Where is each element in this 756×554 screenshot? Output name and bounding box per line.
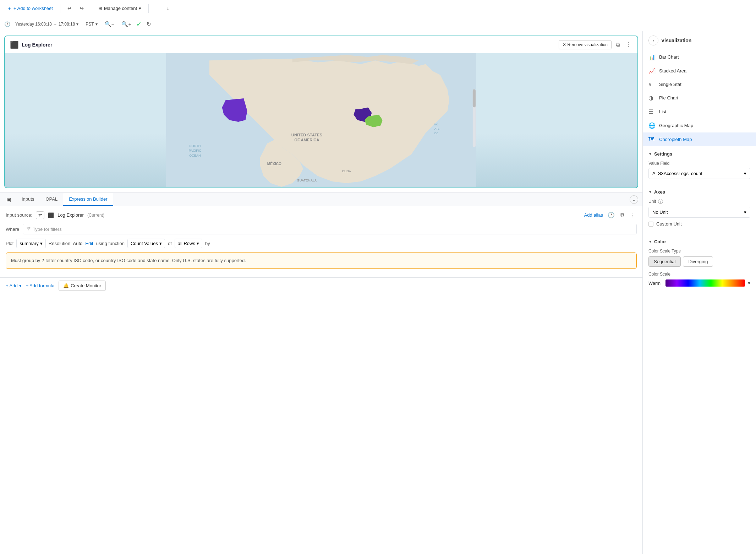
function-select[interactable]: Count Values ▾ xyxy=(127,239,165,248)
list-label: List xyxy=(659,109,666,114)
unit-value: No Unit xyxy=(652,210,668,215)
source-current: (Current) xyxy=(87,213,104,218)
svg-text:OF AMERICA: OF AMERICA xyxy=(294,138,319,142)
geographic-map-label: Geographic Map xyxy=(659,123,693,128)
warning-text: Must group by 2-letter country ISO code,… xyxy=(11,258,246,263)
plus-icon: ＋ xyxy=(7,5,12,12)
move-up-button[interactable]: ↑ xyxy=(153,4,161,12)
value-field-label: Value Field xyxy=(648,161,750,166)
add-formula-label: + Add formula xyxy=(26,283,55,288)
viz-panel-toggle[interactable]: › xyxy=(648,36,658,45)
switch-icon: ⇄ xyxy=(38,213,42,218)
separator-3 xyxy=(148,4,149,13)
viz-type-list[interactable]: ☰ List xyxy=(643,105,756,119)
tab-opal[interactable]: OPAL xyxy=(40,193,63,206)
add-dropdown-button[interactable]: + Add ▾ xyxy=(6,283,22,288)
top-toolbar: ＋ + Add to worksheet ↩ ↪ ⊞ Manage conten… xyxy=(0,0,756,17)
map-visualization: UNITED STATES OF AMERICA MÉXICO CUBA GUA… xyxy=(5,53,637,187)
zoom-in-button[interactable]: 🔍+ xyxy=(119,20,133,28)
of-value-label: all Rows xyxy=(178,241,195,246)
add-formula-button[interactable]: + Add formula xyxy=(26,283,55,288)
filter-placeholder: Type for filters xyxy=(33,227,62,232)
tab-expression-builder[interactable]: Expression Builder xyxy=(63,193,113,206)
custom-unit-checkbox[interactable] xyxy=(648,222,653,227)
visualization-title: Visualization xyxy=(661,38,691,43)
add-to-worksheet-label: + Add to worksheet xyxy=(13,6,53,11)
move-down-button[interactable]: ↓ xyxy=(164,4,172,12)
color-scale-dropdown-button[interactable]: ▾ xyxy=(748,280,750,286)
visualization-type-list: 📊 Bar Chart 📈 Stacked Area # Single Stat… xyxy=(643,50,756,146)
history-icon: 🕐 xyxy=(608,212,615,218)
unit-row: Unit i xyxy=(648,199,750,204)
of-select[interactable]: all Rows ▾ xyxy=(175,239,202,248)
viz-type-choropleth-map[interactable]: 🗺 Choropleth Map xyxy=(643,132,756,146)
manage-content-button[interactable]: ⊞ Manage content ▾ xyxy=(95,4,144,12)
switch-source-button[interactable]: ⇄ xyxy=(36,211,44,219)
right-panel: › Visualization 📊 Bar Chart 📈 Stacked Ar… xyxy=(642,31,756,554)
separator-1 xyxy=(60,4,60,13)
refresh-button[interactable]: ↻ xyxy=(144,20,153,28)
timezone-label: PST xyxy=(86,22,94,27)
unit-info-icon[interactable]: i xyxy=(658,199,663,204)
list-icon: ☰ xyxy=(648,108,656,115)
bottom-actions: + Add ▾ + Add formula 🔔 Create Monitor xyxy=(0,277,642,294)
color-scale-label: Color Scale xyxy=(648,272,750,277)
map-more-button[interactable]: ⋮ xyxy=(624,40,632,49)
add-to-worksheet-button[interactable]: ＋ + Add to worksheet xyxy=(4,4,56,13)
collapse-button[interactable]: ▣ xyxy=(4,194,13,205)
redo-button[interactable]: ↪ xyxy=(77,4,87,12)
timezone-selector[interactable]: PST ▾ xyxy=(83,21,99,28)
resolution-edit-link[interactable]: Edit xyxy=(85,241,93,246)
remove-visualization-button[interactable]: ✕ Remove visualization xyxy=(559,40,612,49)
map-widget: ⬛ Log Explorer ✕ Remove visualization ⧉ … xyxy=(4,36,638,188)
unit-select[interactable]: No Unit ▾ xyxy=(648,207,750,218)
viz-type-geographic-map[interactable]: 🌐 Geographic Map xyxy=(643,119,756,132)
add-alias-button[interactable]: Add alias xyxy=(584,212,603,218)
svg-text:NORTH: NORTH xyxy=(189,144,201,148)
time-range-selector[interactable]: Yesterday 16:08:18 → 17:08:18 ▾ xyxy=(13,21,81,28)
diverging-button[interactable]: Diverging xyxy=(683,256,713,267)
resolution-label: Resolution: Auto xyxy=(49,241,82,246)
add-chevron-icon: ▾ xyxy=(19,283,22,288)
unit-label: Unit xyxy=(648,199,656,204)
filter-input-container[interactable]: ⧩ Type for filters xyxy=(23,224,637,234)
choropleth-map-icon: 🗺 xyxy=(648,136,656,142)
history-button[interactable]: 🕐 xyxy=(607,211,616,219)
viz-type-bar-chart[interactable]: 📊 Bar Chart xyxy=(643,50,756,64)
plot-type-select[interactable]: summary ▾ xyxy=(16,239,45,248)
undo-icon: ↩ xyxy=(67,6,71,11)
viz-type-pie-chart[interactable]: ◑ Pie Chart xyxy=(643,91,756,105)
more-options-button[interactable]: ⋮ xyxy=(629,211,637,219)
value-field-select[interactable]: A_S3AccessLogs_count ▾ xyxy=(648,168,750,179)
timezone-chevron: ▾ xyxy=(95,22,98,27)
map-clone-button[interactable]: ⧉ xyxy=(614,40,621,49)
where-row: Where ⧩ Type for filters xyxy=(6,224,637,234)
color-title: Color xyxy=(654,239,666,244)
sequential-button[interactable]: Sequential xyxy=(648,256,681,267)
undo-button[interactable]: ↩ xyxy=(65,4,74,12)
svg-text:GUATEMALA: GUATEMALA xyxy=(297,179,317,182)
settings-header[interactable]: ▼ Settings xyxy=(648,151,750,157)
viz-type-single-stat[interactable]: # Single Stat xyxy=(643,78,756,91)
copy-button[interactable]: ⧉ xyxy=(619,211,625,219)
tab-inputs[interactable]: Inputs xyxy=(16,193,40,206)
input-source-label: Input source: xyxy=(6,212,32,218)
color-header[interactable]: ▼ Color xyxy=(648,239,750,244)
viz-type-stacked-area[interactable]: 📈 Stacked Area xyxy=(643,64,756,78)
plot-chevron-icon: ▾ xyxy=(40,241,43,246)
axes-header[interactable]: ▼ Axes xyxy=(648,189,750,195)
create-monitor-button[interactable]: 🔔 Create Monitor xyxy=(59,281,106,291)
color-scale-value: Warm xyxy=(648,281,663,286)
settings-title: Settings xyxy=(654,151,672,157)
zoom-out-button[interactable]: 🔍− xyxy=(103,20,117,28)
remove-viz-label: ✕ Remove visualization xyxy=(563,42,608,47)
stacked-area-label: Stacked Area xyxy=(659,68,686,74)
plot-row: Plot summary ▾ Resolution: Auto Edit usi… xyxy=(6,239,637,248)
of-label: of xyxy=(168,241,172,246)
settings-section: ▼ Settings Value Field A_S3AccessLogs_co… xyxy=(643,146,756,184)
expand-button[interactable]: ⌄ xyxy=(630,195,638,204)
plot-option-label: summary xyxy=(20,241,38,246)
map-title-area: ⬛ Log Explorer xyxy=(10,40,52,49)
color-scale-chevron-icon: ▾ xyxy=(748,280,750,286)
redo-icon: ↪ xyxy=(80,6,84,11)
